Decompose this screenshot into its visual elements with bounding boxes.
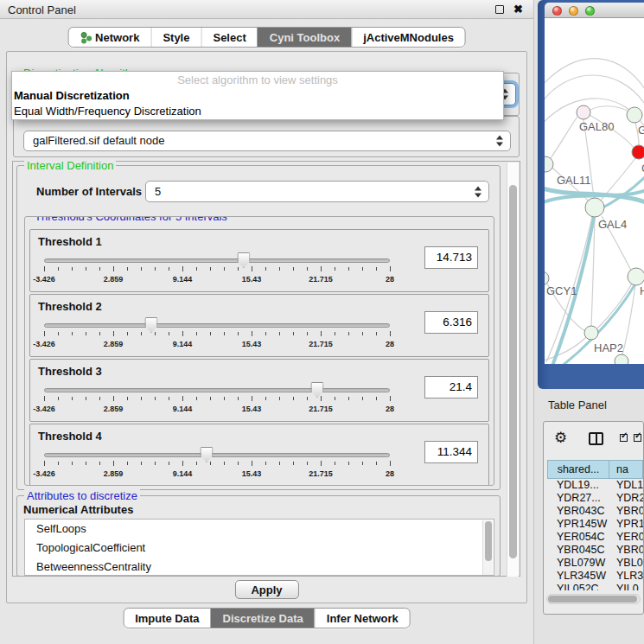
- attributes-scrollbar[interactable]: [482, 520, 493, 576]
- network-edge[interactable]: [597, 284, 632, 328]
- number-of-intervals-combobox[interactable]: 5: [145, 181, 489, 202]
- algorithm-option-manual-discretization[interactable]: Manual Discretization: [12, 88, 503, 104]
- table-horizontal-scrollbar[interactable]: [546, 594, 641, 604]
- slider-track[interactable]: [44, 258, 390, 263]
- network-node-gal11[interactable]: [545, 156, 553, 172]
- threshold-value-input[interactable]: 11.344: [424, 441, 478, 463]
- algorithm-dropdown-popup: Select algorithm to view settings Manual…: [11, 71, 504, 120]
- tab-select[interactable]: Select: [201, 28, 257, 47]
- list-item-betweennesscentrality[interactable]: BetweennessCentrality: [25, 558, 494, 576]
- network-node-hap2[interactable]: [584, 326, 598, 340]
- slider-track[interactable]: [44, 453, 390, 457]
- settings-gear-icon[interactable]: ⚙: [554, 429, 567, 447]
- network-edge[interactable]: [545, 337, 586, 360]
- select-checkbox-icon[interactable]: [620, 434, 628, 442]
- scrollbar-thumb[interactable]: [509, 185, 517, 558]
- threshold-value-input[interactable]: 21.4: [424, 376, 478, 399]
- cell-shared-name[interactable]: YDL19...: [547, 479, 609, 492]
- threshold-value-input[interactable]: 14.713: [424, 246, 478, 269]
- table-row[interactable]: YIL052CYIL0: [547, 583, 643, 590]
- network-node-gal4[interactable]: [585, 198, 604, 217]
- scale-tick-label: 15.43: [242, 275, 262, 284]
- cell-name[interactable]: YLR3: [609, 570, 643, 583]
- network-node[interactable]: [615, 354, 628, 364]
- threshold-value-input[interactable]: 6.316: [424, 311, 478, 334]
- network-node[interactable]: [627, 107, 642, 123]
- threshold-label: Threshold 3: [38, 365, 102, 378]
- tab-infer-network[interactable]: Infer Network: [315, 609, 410, 628]
- cell-name[interactable]: YBR0: [609, 505, 643, 518]
- slider-ticks: [44, 266, 390, 273]
- table-row[interactable]: YBR045CYBR0: [547, 544, 643, 557]
- network-node-gal80[interactable]: [577, 105, 590, 119]
- cell-shared-name[interactable]: YIL052C: [547, 583, 609, 590]
- node-label-gal4: GAL4: [598, 218, 627, 231]
- list-item-selfloops[interactable]: SelfLoops: [25, 520, 494, 539]
- list-item-topologicalcoefficient[interactable]: TopologicalCoefficient: [25, 539, 494, 558]
- close-icon[interactable]: ✖: [513, 3, 523, 16]
- network-edge[interactable]: [551, 117, 577, 158]
- numerical-attributes-list[interactable]: SelfLoopsTopologicalCoefficientBetweenne…: [24, 519, 494, 576]
- slider-track[interactable]: [44, 388, 390, 392]
- slider-track[interactable]: [44, 323, 390, 328]
- cell-name[interactable]: YPR1: [609, 518, 643, 531]
- settings-scrollbar[interactable]: [507, 163, 519, 577]
- scale-tick-label: -3.426: [33, 275, 55, 284]
- cell-name[interactable]: YBR0: [609, 544, 643, 557]
- float-panel-icon[interactable]: [495, 5, 504, 14]
- tab-cyni-toolbox[interactable]: Cyni Toolbox: [258, 28, 351, 47]
- network-node[interactable]: [628, 268, 644, 285]
- table-row[interactable]: YDL19...YDL1: [547, 479, 643, 492]
- cell-name[interactable]: YDL1: [609, 479, 643, 492]
- table-row[interactable]: YER054CYER0: [547, 531, 643, 544]
- cell-shared-name[interactable]: YBR045C: [547, 544, 609, 557]
- cell-name[interactable]: YER0: [609, 531, 643, 544]
- threshold-slider[interactable]: -3.4262.8599.14415.4321.71528: [44, 381, 390, 421]
- zoom-traffic-light-icon[interactable]: [585, 6, 595, 16]
- table-row[interactable]: YDR27...YDR2: [547, 492, 643, 505]
- cell-shared-name[interactable]: YBR043C: [547, 505, 609, 518]
- threshold-slider[interactable]: -3.4262.8599.14415.4321.71528: [44, 446, 390, 486]
- table-row[interactable]: YLR345WYLR3: [547, 570, 643, 583]
- tab-jactivemnodules[interactable]: jActiveMNodules: [351, 28, 465, 47]
- network-node-selected-red[interactable]: [632, 145, 644, 159]
- tab-label: Discretize Data: [223, 612, 303, 625]
- network-canvas[interactable]: GAL80GACGAL11GAL4GCY1HHAP2: [545, 18, 644, 364]
- tab-network[interactable]: Network: [68, 28, 150, 47]
- scale-tick-label: 15.43: [242, 405, 262, 413]
- cell-shared-name[interactable]: YPR145W: [547, 518, 609, 531]
- cell-shared-name[interactable]: YLR345W: [547, 570, 609, 583]
- threshold-slider[interactable]: -3.4262.8599.14415.4321.71528: [44, 316, 390, 356]
- network-edge[interactable]: [545, 75, 644, 105]
- threshold-slider[interactable]: -3.4262.8599.14415.4321.71528: [44, 252, 390, 291]
- scale-tick-label: 9.144: [173, 469, 193, 478]
- scrollbar-thumb[interactable]: [548, 596, 637, 603]
- cell-shared-name[interactable]: YER054C: [547, 531, 609, 544]
- column-header-name[interactable]: na: [609, 460, 643, 479]
- table-data-combobox[interactable]: galFiltered.sif default node: [23, 131, 511, 151]
- column-header-shared[interactable]: shared...: [547, 460, 609, 479]
- table-row[interactable]: YPR145WYPR1: [547, 518, 643, 531]
- split-pane-icon[interactable]: [589, 432, 603, 445]
- tab-impute-data[interactable]: Impute Data: [124, 609, 210, 628]
- cell-shared-name[interactable]: YDR27...: [547, 492, 609, 505]
- apply-button[interactable]: Apply: [234, 580, 298, 599]
- table-row[interactable]: YBR043CYBR0: [547, 505, 643, 518]
- threshold-panel-3: Threshold 3-3.4262.8599.14415.4321.71528…: [29, 359, 489, 422]
- scale-tick-label: 21.715: [309, 405, 333, 413]
- scrollbar-thumb[interactable]: [485, 521, 492, 561]
- threshold-panel-1: Threshold 1-3.4262.8599.14415.4321.71528…: [29, 229, 489, 292]
- cell-shared-name[interactable]: YBL079W: [547, 557, 609, 570]
- minimize-traffic-light-icon[interactable]: [569, 6, 578, 16]
- algorithm-option-equal-width-frequency[interactable]: Equal Width/Frequency Discretization: [12, 104, 503, 119]
- scale-tick-label: 2.859: [104, 469, 124, 478]
- select-checkbox-icon[interactable]: [634, 434, 641, 442]
- cell-name[interactable]: YBL0: [609, 557, 643, 570]
- tab-discretize-data[interactable]: Discretize Data: [211, 609, 315, 628]
- tab-style[interactable]: Style: [150, 28, 201, 47]
- close-traffic-light-icon[interactable]: [552, 6, 562, 16]
- table-row[interactable]: YBL079WYBL0: [547, 557, 643, 570]
- cell-name[interactable]: YIL0: [609, 583, 643, 590]
- cell-name[interactable]: YDR2: [609, 492, 643, 505]
- network-node-gcy1[interactable]: [545, 271, 549, 285]
